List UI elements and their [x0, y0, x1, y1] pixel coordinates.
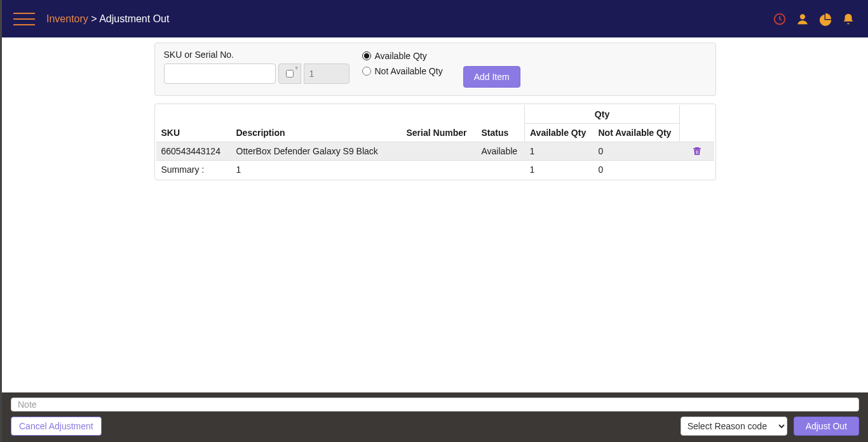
items-table: Qty SKU Description Serial Number Status…: [156, 105, 714, 178]
cancel-adjustment-button[interactable]: Cancel Adjustment: [11, 417, 102, 436]
breadcrumb: Inventory > Adjustment Out: [46, 13, 169, 25]
breadcrumb-root[interactable]: Inventory: [46, 13, 88, 24]
cell-not-available-qty: 0: [593, 142, 680, 161]
main-content: SKU or Serial No. ? Available Qty: [2, 37, 868, 392]
qty-input: [304, 64, 349, 84]
cell-status: Available: [477, 142, 525, 161]
not-available-qty-label: Not Available Qty: [375, 66, 443, 76]
reason-code-select[interactable]: Select Reason code: [681, 417, 787, 436]
items-table-card: Qty SKU Description Serial Number Status…: [154, 104, 716, 180]
breadcrumb-page: Adjustment Out: [99, 13, 169, 24]
sku-input[interactable]: [164, 64, 276, 84]
delete-row-button[interactable]: [685, 146, 709, 156]
add-item-button[interactable]: Add Item: [463, 66, 520, 88]
th-actions: [680, 124, 714, 142]
filter-card: SKU or Serial No. ? Available Qty: [154, 43, 716, 96]
user-icon[interactable]: [796, 12, 810, 26]
not-available-qty-radio[interactable]: [362, 67, 371, 76]
footer-bar: Cancel Adjustment Select Reason code Adj…: [2, 392, 868, 442]
svg-point-1: [800, 14, 805, 19]
adjust-out-button[interactable]: Adjust Out: [794, 417, 859, 436]
summary-label: Summary :: [156, 161, 231, 179]
th-description: Description: [231, 124, 402, 142]
qty-group-header: Qty: [525, 105, 680, 124]
cell-serial: [402, 142, 477, 161]
note-input[interactable]: [11, 398, 859, 412]
cell-description: OtterBox Defender Galaxy S9 Black: [231, 142, 402, 161]
breadcrumb-sep: >: [91, 13, 97, 24]
th-available-qty: Available Qty: [525, 124, 593, 142]
not-available-qty-radio-label: Not Available Qty: [362, 66, 443, 76]
bell-icon[interactable]: [841, 12, 855, 26]
pie-chart-icon[interactable]: [818, 12, 832, 26]
menu-hamburger-icon[interactable]: [13, 13, 35, 25]
th-serial: Serial Number: [402, 124, 477, 142]
qty-type-radio-group: Available Qty Not Available Qty: [362, 50, 443, 76]
available-qty-radio[interactable]: [362, 51, 371, 60]
th-status: Status: [477, 124, 525, 142]
multi-qty-checkbox[interactable]: [286, 70, 294, 77]
available-qty-label: Available Qty: [375, 51, 427, 61]
th-sku: SKU: [156, 124, 231, 142]
navbar-icons: [773, 12, 868, 26]
summary-not-available: 0: [593, 161, 680, 179]
multi-qty-checkbox-wrap: ?: [278, 64, 301, 84]
cell-available-qty: 1: [525, 142, 593, 161]
table-row: 660543443124 OtterBox Defender Galaxy S9…: [156, 142, 714, 161]
summary-row: Summary : 1 1 0: [156, 161, 714, 179]
sku-input-label: SKU or Serial No.: [164, 50, 349, 60]
available-qty-radio-label: Available Qty: [362, 51, 443, 61]
cell-sku: 660543443124: [156, 142, 231, 161]
summary-count: 1: [231, 161, 402, 179]
clock-icon[interactable]: [773, 12, 787, 26]
top-navbar: Inventory > Adjustment Out: [2, 0, 868, 37]
summary-available: 1: [525, 161, 593, 179]
help-icon[interactable]: ?: [295, 65, 297, 71]
th-not-available-qty: Not Available Qty: [593, 124, 680, 142]
